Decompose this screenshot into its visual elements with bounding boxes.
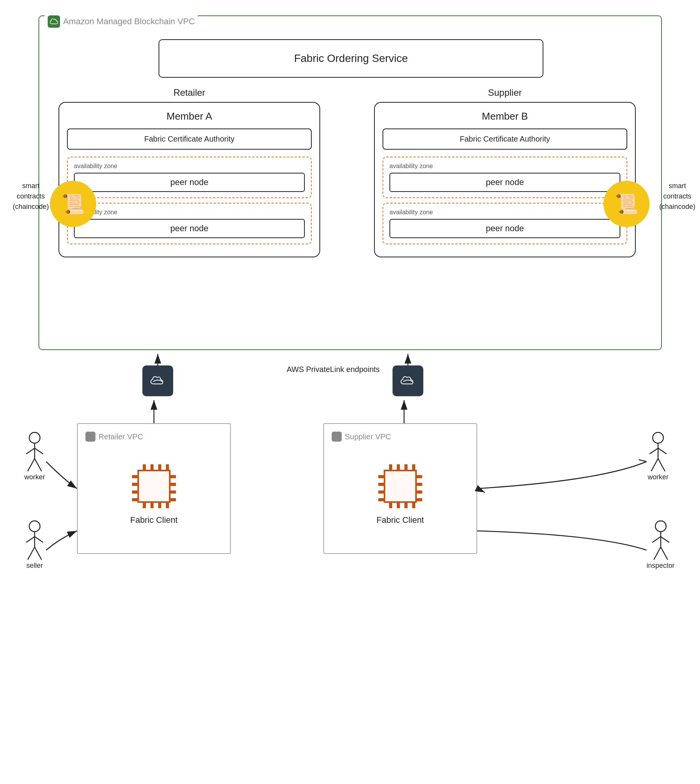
aws-endpoint-left [142, 365, 173, 396]
seller-person: seller [23, 519, 46, 570]
fabric-ca-a-label: Fabric Certificate Authority [144, 135, 235, 143]
supplier-vpc-cloud-icon [332, 432, 342, 442]
supplier-vpc-box: Supplier VPC [323, 423, 477, 554]
svg-line-14 [650, 448, 658, 454]
svg-line-29 [639, 460, 647, 462]
az-a1-box: availability zone peer node [67, 157, 312, 198]
peer-node-b2: peer node [389, 219, 620, 238]
fabric-client-a-container: Fabric Client [85, 448, 222, 539]
diagram-container: Amazon Managed Blockchain VPC Fabric Ord… [0, 0, 700, 784]
ordering-service-label: Fabric Ordering Service [294, 52, 408, 65]
svg-point-0 [29, 432, 40, 443]
peer-node-a2: peer node [74, 219, 305, 238]
az-a2-label: availability zone [74, 209, 305, 216]
seller-label: seller [26, 562, 43, 570]
smart-contract-badge-left: 📜 [50, 181, 96, 227]
supplier-section-title: Supplier [374, 87, 636, 98]
worker-person-right: worker [647, 431, 670, 481]
chip-icon-b [375, 461, 425, 511]
svg-point-6 [29, 521, 40, 532]
svg-line-8 [26, 537, 35, 542]
worker-label-right: worker [648, 473, 668, 481]
fabric-client-a-label: Fabric Client [130, 515, 177, 525]
fabric-ca-b-box: Fabric Certificate Authority [383, 128, 627, 150]
peer-node-b1: peer node [389, 173, 620, 192]
svg-line-16 [651, 459, 658, 471]
svg-line-17 [658, 459, 665, 471]
az-b2-box: availability zone peer node [383, 203, 627, 244]
retailer-vpc-label-row: Retailer VPC [85, 432, 222, 442]
vpc-cloud-icon [48, 15, 60, 28]
peer-node-a1: peer node [74, 173, 305, 192]
az-a1-label: availability zone [74, 163, 305, 170]
svg-line-20 [652, 537, 661, 542]
privatelink-label: AWS PrivateLink endpoints [287, 364, 380, 375]
supplier-vpc-label-row: Supplier VPC [332, 432, 469, 442]
worker-label-left: worker [24, 473, 45, 481]
chip-icon-a [129, 461, 179, 511]
fabric-ca-b-label: Fabric Certificate Authority [460, 135, 550, 143]
ordering-service-box: Fabric Ordering Service [159, 39, 543, 78]
aws-endpoint-right [393, 365, 423, 396]
svg-line-15 [658, 448, 667, 454]
svg-point-12 [653, 432, 663, 443]
az-a2-box: availability zone peer node [67, 203, 312, 244]
svg-line-22 [654, 547, 661, 560]
svg-line-10 [28, 547, 35, 560]
vpc-outer-box: Amazon Managed Blockchain VPC Fabric Ord… [38, 15, 662, 350]
svg-line-21 [661, 537, 669, 542]
inspector-person: inspector [647, 519, 675, 570]
fabric-client-b-label: Fabric Client [376, 515, 424, 525]
svg-line-30 [477, 489, 485, 492]
retailer-vpc-cloud-icon [85, 432, 95, 442]
az-b2-label: availability zone [389, 209, 620, 216]
member-a-title: Member A [67, 110, 312, 122]
fabric-ca-a-box: Fabric Certificate Authority [67, 128, 312, 150]
az-b1-box: availability zone peer node [383, 157, 627, 198]
member-a-box: Member A Fabric Certificate Authority av… [58, 102, 320, 257]
svg-line-4 [28, 459, 35, 471]
member-b-box: Member B Fabric Certificate Authority av… [374, 102, 636, 257]
svg-line-3 [35, 448, 43, 454]
vpc-label-row: Amazon Managed Blockchain VPC [45, 15, 198, 28]
svg-line-11 [35, 547, 42, 560]
svg-line-9 [35, 537, 43, 542]
retailer-vpc-box: Retailer VPC [77, 423, 231, 554]
svg-line-5 [35, 459, 42, 471]
svg-line-23 [661, 547, 668, 560]
svg-point-18 [655, 521, 666, 532]
inspector-label: inspector [647, 562, 675, 570]
fabric-client-b-container: Fabric Client [332, 448, 469, 539]
vpc-title: Amazon Managed Blockchain VPC [63, 17, 195, 27]
worker-person-left: worker [23, 431, 46, 481]
supplier-vpc-title: Supplier VPC [345, 432, 391, 441]
retailer-vpc-title: Retailer VPC [99, 432, 143, 441]
smart-contract-label-left: smart contracts(chaincode) [12, 181, 50, 212]
member-b-title: Member B [383, 110, 627, 122]
smart-contract-label-right: smart contracts(chaincode) [654, 181, 700, 212]
smart-contract-badge-right: 📜 [603, 181, 650, 227]
az-b1-label: availability zone [389, 163, 620, 170]
retailer-section-title: Retailer [58, 87, 320, 98]
svg-line-2 [26, 448, 35, 454]
